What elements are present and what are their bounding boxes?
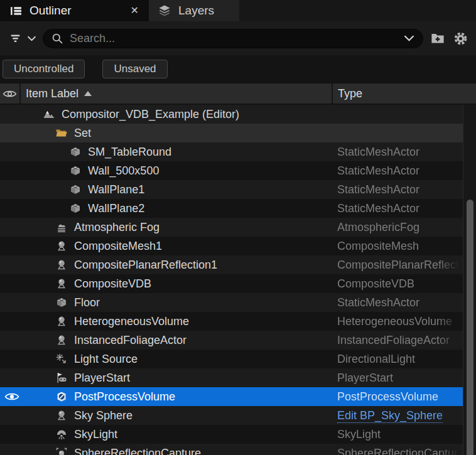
tab-bar: Outliner ✕ Layers [0, 0, 476, 21]
outliner-tree: Compositor_VDB_Example (Editor)SetSM_Tab… [0, 105, 463, 455]
row-label: Set [74, 124, 91, 142]
table-row[interactable]: WallPlane1StaticMeshActor [0, 180, 463, 199]
item-label-column-header[interactable]: Item Label [21, 83, 332, 104]
static-mesh-icon [55, 296, 68, 309]
orb-actor-icon [55, 277, 68, 290]
table-row[interactable]: WallPlane2StaticMeshActor [0, 199, 463, 218]
row-label: InstancedFoliageActor [74, 331, 187, 350]
table-row[interactable]: PostProcessVolumePostProcessVolume [0, 387, 463, 406]
row-label: CompositeMesh1 [74, 237, 162, 255]
row-type: SkyLight [337, 425, 460, 444]
row-label: SkyLight [74, 425, 117, 444]
orb-actor-icon [55, 315, 68, 328]
row-type: StaticMeshActor [337, 142, 460, 161]
row-type: PostProcessVolume [337, 387, 460, 406]
row-label: Atmospheric Fog [74, 218, 160, 237]
table-row[interactable]: Light SourceDirectionalLight [0, 350, 463, 368]
status-filter-bar: Uncontrolled Unsaved [0, 55, 476, 83]
table-row[interactable]: Sky SphereEdit BP_Sky_Sphere [0, 406, 463, 425]
orb-actor-icon [55, 259, 68, 271]
directional-light-icon [55, 353, 68, 365]
close-icon[interactable]: ✕ [128, 4, 141, 17]
player-start-icon [55, 372, 68, 384]
table-row[interactable]: SkyLightSkyLight [0, 425, 463, 444]
static-mesh-icon [69, 202, 82, 215]
visibility-column-header[interactable] [0, 83, 21, 104]
row-label: PostProcessVolume [74, 387, 175, 406]
tab-layers-label: Layers [178, 4, 214, 18]
chevron-down-icon [26, 30, 36, 46]
sort-ascending-icon [84, 91, 92, 96]
table-row[interactable]: SphereReflectionCaptureSphereReflectionC… [0, 444, 463, 455]
unsaved-filter-button[interactable]: Unsaved [102, 60, 167, 78]
row-label: WallPlane2 [88, 199, 144, 218]
filter-icon [8, 30, 24, 46]
sphere-reflection-capture-icon [55, 447, 68, 455]
tab-outliner[interactable]: Outliner ✕ [0, 0, 149, 21]
orb-actor-icon [55, 409, 68, 422]
table-row[interactable]: CompositeMesh1CompositeMesh [0, 237, 463, 255]
table-row[interactable]: Set [0, 124, 463, 142]
orb-actor-icon [55, 240, 68, 252]
table-row[interactable]: Wall_500x500StaticMeshActor [0, 161, 463, 180]
row-type: CompositePlanarReflection [337, 255, 460, 274]
row-label: Light Source [74, 350, 138, 368]
outliner-toolbar [0, 21, 476, 55]
static-mesh-icon [69, 146, 82, 158]
visibility-eye-icon[interactable] [4, 392, 19, 402]
table-row[interactable]: CompositePlanarReflection1CompositePlana… [0, 255, 463, 274]
search-box[interactable] [43, 29, 423, 48]
row-type: AtmosphericFog [337, 218, 460, 237]
row-label: SM_TableRound [88, 142, 171, 161]
column-header: Item Label Type [0, 83, 476, 104]
search-options-chevron-icon[interactable] [403, 30, 415, 46]
row-type: HeterogeneousVolume [337, 312, 460, 331]
type-column-header[interactable]: Type [332, 83, 462, 104]
search-icon [51, 30, 63, 46]
orb-actor-icon [55, 334, 68, 346]
table-row[interactable]: Compositor_VDB_Example (Editor) [0, 105, 463, 124]
filter-dropdown[interactable] [8, 30, 36, 46]
row-label: Sky Sphere [74, 406, 133, 425]
row-type: StaticMeshActor [337, 180, 460, 199]
table-row[interactable]: InstancedFoliageActorInstancedFoliageAct… [0, 331, 463, 350]
settings-gear-icon[interactable] [452, 30, 468, 46]
tab-layers[interactable]: Layers [149, 0, 239, 21]
row-label: Floor [74, 293, 100, 312]
row-label: CompositeVDB [74, 274, 151, 293]
row-type: InstancedFoliageActor [337, 331, 460, 350]
row-label: HeterogeneousVolume [74, 312, 189, 331]
table-row[interactable]: PlayerStartPlayerStart [0, 368, 463, 387]
row-type: StaticMeshActor [337, 293, 460, 312]
row-type: PlayerStart [337, 368, 460, 387]
edit-blueprint-link[interactable]: Edit BP_Sky_Sphere [337, 406, 460, 425]
row-label: WallPlane1 [88, 180, 144, 199]
outliner-panel: Outliner ✕ Layers [0, 0, 476, 455]
add-folder-icon[interactable] [430, 30, 446, 46]
row-label: Wall_500x500 [88, 161, 159, 180]
row-type: SphereReflectionCapture [337, 444, 460, 455]
outliner-icon [8, 3, 24, 19]
table-row[interactable]: FloorStaticMeshActor [0, 293, 463, 312]
row-type: CompositeMesh [337, 237, 460, 255]
sky-light-icon [55, 428, 68, 441]
table-row[interactable]: Atmospheric FogAtmosphericFog [0, 218, 463, 237]
fog-icon [55, 221, 68, 233]
row-label: CompositePlanarReflection1 [74, 255, 217, 274]
tab-outliner-label: Outliner [30, 4, 72, 18]
scrollbar-thumb[interactable] [467, 200, 473, 455]
search-input[interactable] [68, 31, 398, 46]
world-icon [43, 108, 55, 120]
tab-bar-spacer [239, 0, 476, 21]
scrollbar-track[interactable] [463, 105, 476, 455]
table-row[interactable]: HeterogeneousVolumeHeterogeneousVolume [0, 312, 463, 331]
table-row[interactable]: SM_TableRoundStaticMeshActor [0, 142, 463, 161]
row-label: PlayerStart [74, 368, 130, 387]
static-mesh-icon [69, 183, 82, 196]
row-label: SphereReflectionCapture [74, 444, 201, 455]
row-type: CompositeVDB [337, 274, 460, 293]
eye-icon [3, 89, 17, 99]
uncontrolled-filter-button[interactable]: Uncontrolled [3, 60, 85, 78]
table-row[interactable]: CompositeVDBCompositeVDB [0, 274, 463, 293]
row-type: DirectionalLight [337, 350, 460, 368]
